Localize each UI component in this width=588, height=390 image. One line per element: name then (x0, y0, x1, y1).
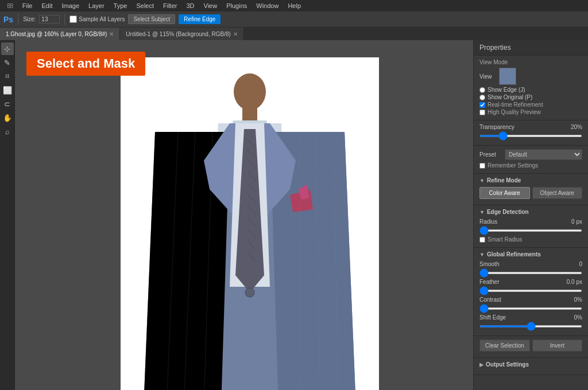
shift-edge-label: Shift Edge (479, 314, 506, 321)
ps-logo[interactable]:  (2, 0, 18, 11)
transparency-label-row: Transparency 20% (479, 124, 582, 130)
feather-value: 0.0 px (567, 279, 582, 285)
edge-detection-arrow: ▼ (479, 209, 485, 215)
svg-point-2 (234, 73, 266, 110)
remember-checkbox[interactable] (479, 163, 485, 169)
color-aware-button[interactable]: Color Aware (479, 187, 530, 199)
realtime-label: Real-time Refinement (488, 102, 543, 108)
ps-icon: Ps (3, 15, 13, 24)
panel-header: Properties (474, 40, 588, 56)
refine-edge-button[interactable]: Refine Edge (179, 14, 220, 24)
shift-edge-slider[interactable] (479, 325, 582, 327)
contrast-slider[interactable] (479, 307, 582, 310)
menu-edit[interactable]: Edit (37, 0, 57, 11)
smart-radius-row: Smart Radius (479, 236, 582, 243)
transparency-section: Transparency 20% (474, 120, 588, 146)
sample-all-checkbox[interactable] (69, 15, 77, 23)
transparency-value: 20% (571, 124, 582, 130)
view-mode-section: View Mode View Show Edge (J) Show Origin… (474, 56, 588, 120)
preset-label: Preset (479, 151, 502, 158)
contrast-label-row: Contrast 0% (479, 297, 582, 303)
tab-ghost-close[interactable]: ✕ (109, 31, 114, 37)
menu-filter[interactable]: Filter (158, 0, 181, 11)
tab-untitled[interactable]: Untitled-1 @ 115% (Background, RGB/8) ✕ (120, 28, 243, 40)
radius-label-row: Radius 0 px (479, 219, 582, 225)
edge-detection-label: Edge Detection (487, 209, 529, 215)
canvas-area: Select and Mask (15, 40, 473, 390)
hand-tool[interactable]: ✋ (1, 111, 14, 124)
show-original-radio[interactable] (479, 95, 485, 100)
high-quality-label: High Quality Preview (488, 109, 541, 115)
menu-type[interactable]: Type (109, 0, 132, 11)
canvas-container (32, 57, 467, 384)
high-quality-checkbox[interactable] (479, 110, 485, 115)
menu-window[interactable]: Window (252, 0, 283, 11)
global-refinements-arrow: ▼ (479, 252, 485, 258)
preset-section: Preset Default Remember Settings (474, 146, 588, 174)
tab-ghost[interactable]: 1.Ghost.jpg @ 160% (Layer 0, RGB/8#) ✕ (0, 28, 120, 40)
smooth-slider[interactable] (479, 272, 582, 274)
paint-tool[interactable]: ⌗ (1, 70, 14, 83)
right-panel: Properties View Mode View Show Edge (J) … (473, 40, 588, 390)
canvas-inner (121, 57, 379, 390)
refine-mode-btn-row: Color Aware Object Aware (479, 187, 582, 199)
global-refinements-section: ▼ Global Refinements Smooth 0 Feather 0.… (474, 248, 588, 336)
menu-file[interactable]: File (18, 0, 37, 11)
zoom-tool[interactable]: ⌕ (1, 125, 14, 138)
remember-label: Remember Settings (488, 162, 538, 169)
view-thumbnail[interactable] (499, 68, 516, 85)
refine-mode-title[interactable]: ▼ Refine Mode (479, 177, 582, 184)
patch-tool[interactable]: ⊂ (1, 98, 14, 110)
radius-slider[interactable] (479, 229, 582, 232)
smooth-label: Smooth (479, 261, 499, 267)
eraser-tool[interactable]: ⬜ (1, 84, 14, 96)
toolbar-separator-2 (64, 14, 65, 25)
toolbar-separator-1 (18, 14, 18, 25)
menubar:  File Edit Image Layer Type Select Filt… (0, 0, 588, 11)
smooth-slider-row: Smooth 0 (479, 261, 582, 275)
view-row: View (479, 68, 582, 85)
refine-mode-label: Refine Mode (487, 177, 521, 184)
clear-selection-button[interactable]: Clear Selection (479, 340, 530, 352)
menu-view[interactable]: View (199, 0, 222, 11)
output-settings-section: ▶ Output Settings (474, 358, 588, 375)
high-quality-row: High Quality Preview (479, 109, 582, 115)
shift-edge-slider-row: Shift Edge 0% (479, 314, 582, 329)
shift-edge-label-row: Shift Edge 0% (479, 314, 582, 321)
feather-label-row: Feather 0.0 px (479, 279, 582, 285)
feather-slider[interactable] (479, 290, 582, 292)
show-edge-label: Show Edge (J) (488, 87, 525, 93)
tab-untitled-label: Untitled-1 @ 115% (Background, RGB/8) (126, 31, 230, 37)
radius-value: 0 px (571, 219, 582, 225)
menu-3d[interactable]: 3D (181, 0, 199, 11)
output-settings-title[interactable]: ▶ Output Settings (479, 361, 582, 368)
menu-select[interactable]: Select (131, 0, 158, 11)
refine-mode-section: ▼ Refine Mode Color Aware Object Aware (474, 174, 588, 205)
size-input[interactable] (39, 15, 60, 24)
tab-untitled-close[interactable]: ✕ (233, 31, 238, 37)
show-original-label: Show Original (P) (488, 94, 532, 100)
preset-select[interactable]: Default (505, 149, 582, 160)
transparency-slider-row: Transparency 20% (479, 124, 582, 138)
left-sidebar: ⊹ ✎ ⌗ ⬜ ⊂ ✋ ⌕ (0, 40, 15, 390)
menu-plugins[interactable]: Plugins (222, 0, 252, 11)
bottom-buttons-section: Clear Selection Invert (474, 336, 588, 358)
realtime-row: Real-time Refinement (479, 102, 582, 108)
menu-image[interactable]: Image (57, 0, 84, 11)
show-edge-radio[interactable] (479, 87, 485, 93)
global-refinements-title[interactable]: ▼ Global Refinements (479, 251, 582, 258)
menu-help[interactable]: Help (283, 0, 305, 11)
sample-all-label[interactable]: Sample All Layers (69, 15, 125, 23)
menu-layer[interactable]: Layer (84, 0, 109, 11)
contrast-value: 0% (574, 297, 582, 303)
object-aware-button[interactable]: Object Aware (532, 187, 583, 199)
move-tool[interactable]: ⊹ (1, 42, 14, 55)
brush-tool[interactable]: ✎ (1, 56, 14, 69)
transparency-slider[interactable] (479, 135, 582, 137)
edge-detection-title[interactable]: ▼ Edge Detection (479, 209, 582, 215)
smart-radius-checkbox[interactable] (479, 237, 485, 243)
select-subject-button[interactable]: Select Subject (128, 14, 175, 24)
remember-row: Remember Settings (479, 162, 582, 169)
realtime-checkbox[interactable] (479, 102, 485, 108)
invert-button[interactable]: Invert (532, 340, 583, 352)
